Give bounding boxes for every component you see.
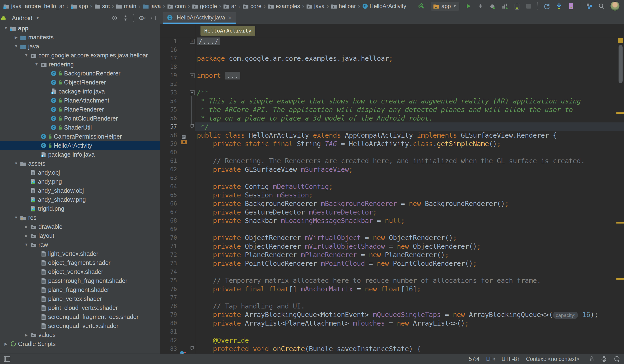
code-text[interactable]: // Temporary matrix allocated here to re…: [195, 277, 624, 285]
tree-item[interactable]: point_cloud_vertex.shader: [0, 303, 160, 312]
tree-item[interactable]: object_fragment.shader: [0, 258, 160, 267]
code-line[interactable]: 68 private Snackbar mLoadingMessageSnack…: [160, 216, 624, 225]
related-layout-icon[interactable]: [181, 134, 186, 140]
code-line[interactable]: 16: [160, 46, 624, 54]
tree-item[interactable]: CBackgroundRenderer: [0, 69, 160, 78]
code-line[interactable]: 17package com.google.ar.core.examples.ja…: [160, 54, 624, 63]
code-text[interactable]: private GestureDetector mGestureDetector…: [195, 208, 624, 216]
code-text[interactable]: public class HelloArActivity extends App…: [195, 131, 624, 139]
breadcrumb-item[interactable]: com: [167, 3, 186, 9]
code-text[interactable]: package com.google.ar.core.examples.java…: [195, 54, 624, 62]
gear-icon[interactable]: ⚙▾: [139, 15, 146, 21]
breadcrumb-item[interactable]: java: [143, 3, 161, 9]
code-line[interactable]: 73 private PointCloudRenderer mPointClou…: [160, 259, 624, 268]
hide-panel-icon[interactable]: [150, 15, 156, 21]
code-line[interactable]: 69: [160, 225, 624, 234]
run-configuration-selector[interactable]: app▼: [431, 2, 459, 10]
code-text[interactable]: */: [195, 123, 624, 131]
fold-collapse-icon[interactable]: [190, 346, 194, 352]
code-line[interactable]: 80 private ArrayList<PlaneAttachment> mT…: [160, 319, 624, 327]
code-line[interactable]: 63: [160, 174, 624, 182]
override-method-icon[interactable]: o: [179, 350, 186, 354]
code-text[interactable]: @Override: [195, 337, 624, 344]
code-line[interactable]: 75 // Temporary matrix allocated here to…: [160, 276, 624, 285]
tree-item[interactable]: ▼rendering: [0, 60, 160, 69]
tree-item[interactable]: Jpackage-info.java: [0, 150, 160, 159]
code-text[interactable]: private ArrayList<PlaneAttachment> mTouc…: [195, 319, 624, 327]
tree-item[interactable]: ▶values: [0, 330, 160, 339]
warning-stripe-mark[interactable]: [616, 222, 624, 224]
caret-position[interactable]: 57:4: [469, 356, 479, 362]
code-text[interactable]: import ...: [195, 72, 624, 79]
code-text[interactable]: private ObjectRenderer mVirtualObjectSha…: [195, 242, 624, 250]
gradle-sync-button[interactable]: [543, 3, 550, 9]
tree-item[interactable]: ▶manifests: [0, 33, 160, 42]
code-text[interactable]: * tap on a plane to place a 3d model of …: [195, 114, 624, 122]
code-line[interactable]: 58<>public class HelloArActivity extends…: [160, 131, 624, 139]
run-button[interactable]: [465, 3, 472, 9]
code-text[interactable]: private PlaneRenderer mPlaneRenderer = n…: [195, 251, 624, 259]
tree-item[interactable]: ▼java: [0, 42, 160, 51]
highlighting-level-icon[interactable]: [601, 356, 607, 362]
tree-item[interactable]: object_vertex.shader: [0, 267, 160, 276]
tree-item[interactable]: passthrough_fragment.shader: [0, 276, 160, 285]
breadcrumb-item[interactable]: src: [94, 3, 110, 9]
code-text[interactable]: private Config mDefaultConfig;: [195, 183, 624, 190]
search-everywhere-button[interactable]: [598, 3, 604, 9]
code-line[interactable]: 54 * This is a simple example that shows…: [160, 97, 624, 105]
tree-item[interactable]: CShaderUtil: [0, 123, 160, 132]
code-text[interactable]: private ArrayBlockingQueue<MotionEvent> …: [195, 311, 624, 319]
code-text[interactable]: private GLSurfaceView mSurfaceView;: [195, 166, 624, 174]
code-text[interactable]: /**: [195, 89, 624, 97]
code-line[interactable]: 70 private ObjectRenderer mVirtualObject…: [160, 234, 624, 242]
tree-item[interactable]: screenquad_vertex.shader: [0, 321, 160, 330]
tab-helloaractivity[interactable]: C HelloArActivity.java ×: [163, 12, 235, 24]
code-line[interactable]: 18: [160, 63, 624, 71]
fold-end-icon[interactable]: [190, 124, 194, 130]
close-icon[interactable]: ×: [228, 14, 232, 21]
tree-item[interactable]: ▶layout: [0, 231, 160, 240]
code-line[interactable]: 83o protected void onCreate(Bundle saved…: [160, 344, 624, 353]
code-text[interactable]: protected void onCreate(Bundle savedInst…: [195, 345, 624, 353]
code-line[interactable]: 79 private ArrayBlockingQueue<MotionEven…: [160, 310, 624, 319]
code-line[interactable]: 57 */: [160, 122, 624, 131]
breadcrumb-item[interactable]: ar: [223, 3, 236, 9]
fold-expand-icon[interactable]: +: [190, 73, 195, 78]
lock-icon[interactable]: [589, 356, 594, 362]
chevron-collapsed-icon[interactable]: ▶: [22, 333, 30, 337]
tree-item[interactable]: ▼app: [0, 24, 160, 33]
chevron-expanded-icon[interactable]: ▼: [32, 62, 41, 66]
chevron-collapsed-icon[interactable]: ▶: [22, 225, 30, 229]
breadcrumb-item[interactable]: examples: [268, 3, 300, 9]
chevron-expanded-icon[interactable]: ▼: [12, 44, 20, 48]
tree-item[interactable]: andy_shadow.png: [0, 195, 160, 204]
code-line[interactable]: 72 private PlaneRenderer mPlaneRenderer …: [160, 251, 624, 259]
toolwindow-toggle-icon[interactable]: [4, 356, 10, 362]
code-line[interactable]: 60: [160, 148, 624, 156]
warning-stripe-mark[interactable]: [616, 278, 624, 280]
code-text[interactable]: * This is a simple example that shows ho…: [195, 97, 624, 105]
code-line[interactable]: 82 @Override: [160, 336, 624, 344]
avd-manager-button[interactable]: [568, 3, 574, 10]
code-line[interactable]: 65 private Session mSession;: [160, 191, 624, 199]
code-text[interactable]: private static final String TAG = HelloA…: [195, 140, 624, 148]
event-log-icon[interactable]: [614, 356, 620, 362]
code-editor[interactable]: HelloArActivity 1+/.../1617package com.g…: [160, 24, 624, 354]
tree-item[interactable]: CPlaneRenderer: [0, 105, 160, 114]
chevron-collapsed-icon[interactable]: ▶: [22, 234, 30, 238]
chevron-expanded-icon[interactable]: ▼: [12, 161, 20, 166]
chevron-expanded-icon[interactable]: ▼: [22, 53, 30, 57]
fold-collapse-icon[interactable]: −: [190, 90, 195, 95]
fold-expand-icon[interactable]: +: [190, 39, 195, 44]
chevron-collapsed-icon[interactable]: ▶: [12, 35, 20, 40]
code-text[interactable]: private ObjectRenderer mVirtualObject = …: [195, 234, 624, 242]
tree-item[interactable]: andy_shadow.obj: [0, 186, 160, 195]
project-view-selector[interactable]: Android: [12, 15, 32, 22]
code-line[interactable]: 67 private GestureDetector mGestureDetec…: [160, 208, 624, 216]
chevron-expanded-icon[interactable]: ▼: [22, 242, 30, 247]
breadcrumb-item[interactable]: java_arcore_hello_ar: [3, 3, 64, 9]
warning-stripe-mark[interactable]: [616, 112, 624, 114]
code-line[interactable]: 61 // Rendering. The Renderers are creat…: [160, 156, 624, 165]
code-line[interactable]: 19+import ...: [160, 71, 624, 80]
code-line[interactable]: 81: [160, 327, 624, 336]
